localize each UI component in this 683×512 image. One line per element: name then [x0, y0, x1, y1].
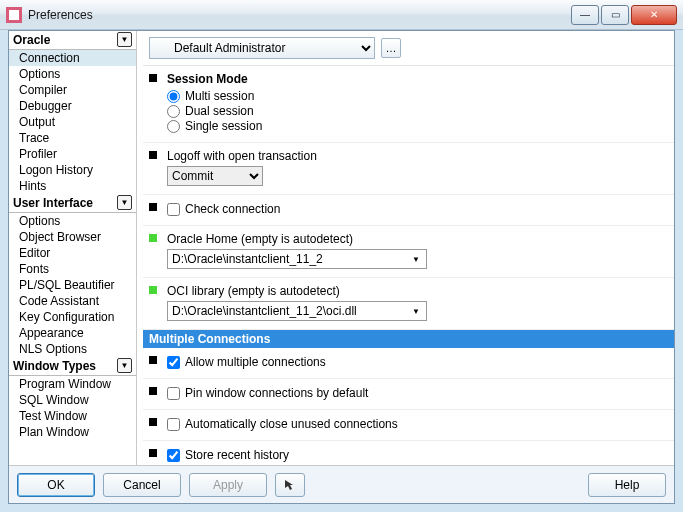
titlebar: Preferences — ▭ ✕ [0, 0, 683, 30]
multiple-connections-header: Multiple Connections [143, 330, 674, 348]
logoff-label: Logoff with open transaction [167, 149, 664, 163]
marker-icon [149, 418, 157, 426]
session-mode-block: Session Mode Multi session Dual session … [143, 66, 674, 143]
close-button[interactable]: ✕ [631, 5, 677, 25]
main-panel: Default Administrator … Session Mode Mul… [137, 31, 674, 465]
radio-multi-session[interactable]: Multi session [167, 89, 664, 103]
nav-item[interactable]: Editor [9, 245, 136, 261]
profile-browse-button[interactable]: … [381, 38, 401, 58]
nav-item[interactable]: Object Browser [9, 229, 136, 245]
marker-icon [149, 286, 157, 294]
nav-item[interactable]: Fonts [9, 261, 136, 277]
nav-item-debugger[interactable]: Debugger [9, 98, 136, 114]
check-connection-checkbox[interactable]: Check connection [167, 202, 664, 216]
svg-rect-1 [9, 10, 19, 20]
nav-section-label: User Interface [13, 196, 93, 210]
marker-icon [149, 387, 157, 395]
oracle-home-block: Oracle Home (empty is autodetect) D:\Ora… [143, 226, 674, 278]
logoff-block: Logoff with open transaction Commit [143, 143, 674, 195]
settings-scroll[interactable]: Session Mode Multi session Dual session … [143, 65, 674, 465]
check-connection-block: Check connection [143, 195, 674, 226]
nav-section-label: Oracle [13, 33, 50, 47]
nav-item[interactable]: Test Window [9, 408, 136, 424]
marker-icon [149, 203, 157, 211]
nav-item-connection[interactable]: Connection [9, 50, 136, 66]
oci-library-block: OCI library (empty is autodetect) D:\Ora… [143, 278, 674, 330]
nav-item[interactable]: Program Window [9, 376, 136, 392]
oracle-home-field[interactable]: D:\Oracle\instantclient_11_2▼ [167, 249, 427, 269]
allow-multiple-checkbox[interactable]: Allow multiple connections [167, 355, 664, 369]
client-area: Oracle ▼ Connection Options Compiler Deb… [8, 30, 675, 504]
profile-select[interactable]: Default Administrator [149, 37, 375, 59]
marker-icon [149, 74, 157, 82]
nav-item-hints[interactable]: Hints [9, 178, 136, 194]
chevron-down-icon[interactable]: ▼ [117, 32, 132, 47]
nav-item[interactable]: PL/SQL Beautifier [9, 277, 136, 293]
minimize-button[interactable]: — [571, 5, 599, 25]
nav-section-user-interface[interactable]: User Interface ▼ [9, 194, 136, 213]
chevron-down-icon[interactable]: ▼ [117, 195, 132, 210]
radio-dual-session[interactable]: Dual session [167, 104, 664, 118]
nav-item[interactable]: SQL Window [9, 392, 136, 408]
window-title: Preferences [28, 8, 571, 22]
nav-section-window-types[interactable]: Window Types ▼ [9, 357, 136, 376]
nav-item[interactable]: Code Assistant [9, 293, 136, 309]
oracle-home-label: Oracle Home (empty is autodetect) [167, 232, 664, 246]
marker-icon [149, 449, 157, 457]
nav-item[interactable]: Appearance [9, 325, 136, 341]
button-bar: OK Cancel Apply Help [9, 465, 674, 503]
autoclose-checkbox[interactable]: Automatically close unused connections [167, 417, 664, 431]
chevron-down-icon: ▼ [412, 255, 426, 264]
nav-item-output[interactable]: Output [9, 114, 136, 130]
oci-library-field[interactable]: D:\Oracle\instantclient_11_2\oci.dll▼ [167, 301, 427, 321]
category-tree: Oracle ▼ Connection Options Compiler Deb… [9, 31, 137, 465]
nav-section-oracle[interactable]: Oracle ▼ [9, 31, 136, 50]
nav-item[interactable]: NLS Options [9, 341, 136, 357]
session-mode-label: Session Mode [167, 72, 664, 86]
marker-icon [149, 356, 157, 364]
nav-item-compiler[interactable]: Compiler [9, 82, 136, 98]
app-icon [6, 7, 22, 23]
radio-single-session[interactable]: Single session [167, 119, 664, 133]
marker-icon [149, 234, 157, 242]
pin-window-checkbox[interactable]: Pin window connections by default [167, 386, 664, 400]
nav-section-label: Window Types [13, 359, 96, 373]
nav-item-profiler[interactable]: Profiler [9, 146, 136, 162]
oci-library-label: OCI library (empty is autodetect) [167, 284, 664, 298]
allow-multiple-block: Allow multiple connections [143, 348, 674, 379]
maximize-button[interactable]: ▭ [601, 5, 629, 25]
marker-icon [149, 151, 157, 159]
nav-item[interactable]: Plan Window [9, 424, 136, 440]
ok-button[interactable]: OK [17, 473, 95, 497]
autoclose-block: Automatically close unused connections [143, 410, 674, 441]
nav-item[interactable]: Options [9, 213, 136, 229]
nav-item-trace[interactable]: Trace [9, 130, 136, 146]
store-history-block: Store recent history [143, 441, 674, 465]
cancel-button[interactable]: Cancel [103, 473, 181, 497]
help-button[interactable]: Help [588, 473, 666, 497]
chevron-down-icon[interactable]: ▼ [117, 358, 132, 373]
apply-button[interactable]: Apply [189, 473, 267, 497]
nav-item-logon-history[interactable]: Logon History [9, 162, 136, 178]
logoff-select[interactable]: Commit [167, 166, 263, 186]
context-help-button[interactable] [275, 473, 305, 497]
pin-window-block: Pin window connections by default [143, 379, 674, 410]
nav-item-options[interactable]: Options [9, 66, 136, 82]
store-history-checkbox[interactable]: Store recent history [167, 448, 664, 462]
nav-item[interactable]: Key Configuration [9, 309, 136, 325]
pointer-help-icon [283, 478, 297, 492]
chevron-down-icon: ▼ [412, 307, 426, 316]
profile-picker: Default Administrator … [149, 37, 401, 59]
